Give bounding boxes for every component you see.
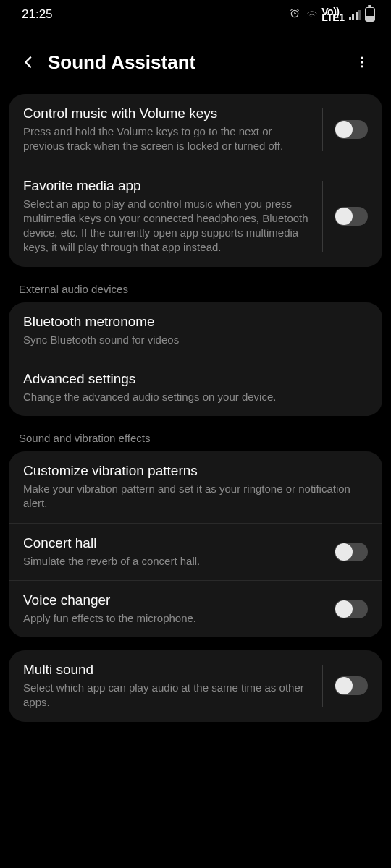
setting-voice-changer[interactable]: Voice changer Apply fun effects to the m… xyxy=(9,580,382,637)
setting-desc: Apply fun effects to the microphone. xyxy=(23,611,323,626)
toggle-control-music[interactable] xyxy=(335,120,368,139)
setting-advanced-settings[interactable]: Advanced settings Change the advanced au… xyxy=(9,359,382,416)
setting-desc: Select which app can play audio at the s… xyxy=(23,681,311,710)
separator xyxy=(322,181,323,252)
setting-multi-sound[interactable]: Multi sound Select which app can play au… xyxy=(9,650,382,722)
settings-card-external: Bluetooth metronome Sync Bluetooth sound… xyxy=(9,302,382,417)
back-button[interactable] xyxy=(14,48,43,77)
setting-desc: Simulate the reverb of a concert hall. xyxy=(23,554,323,569)
section-header-external-audio: External audio devices xyxy=(9,267,382,302)
setting-desc: Make your vibration pattern and set it a… xyxy=(23,482,368,511)
status-time: 21:25 xyxy=(22,7,53,22)
toggle-concert-hall[interactable] xyxy=(335,542,368,561)
settings-card-multi-sound: Multi sound Select which app can play au… xyxy=(9,650,382,722)
svg-point-2 xyxy=(361,65,363,67)
section-header-sound-vibration: Sound and vibration effects xyxy=(9,416,382,451)
setting-desc: Sync Bluetooth sound for videos xyxy=(23,333,368,347)
settings-card-main: Control music with Volume keys Press and… xyxy=(9,94,382,267)
setting-title: Control music with Volume keys xyxy=(23,106,311,122)
wifi-icon xyxy=(305,9,317,21)
setting-control-music-volume-keys[interactable]: Control music with Volume keys Press and… xyxy=(9,94,382,166)
page-title: Sound Assistant xyxy=(48,51,348,74)
setting-title: Customize vibration patterns xyxy=(23,463,368,479)
setting-title: Concert hall xyxy=(23,535,323,551)
more-button[interactable] xyxy=(348,48,377,77)
header: Sound Assistant xyxy=(0,27,391,94)
signal-icon xyxy=(349,9,361,20)
setting-favorite-media-app[interactable]: Favorite media app Select an app to play… xyxy=(9,166,382,267)
setting-title: Favorite media app xyxy=(23,178,311,194)
separator xyxy=(322,109,323,151)
setting-desc: Press and hold the Volume keys to go to … xyxy=(23,124,311,154)
svg-point-1 xyxy=(361,61,363,63)
volte-icon: Vo)) LTE1 xyxy=(321,9,344,20)
toggle-multi-sound[interactable] xyxy=(335,676,368,695)
toggle-voice-changer[interactable] xyxy=(335,600,368,618)
alarm-icon xyxy=(289,8,300,22)
status-bar: 21:25 Vo)) LTE1 xyxy=(0,0,391,27)
toggle-favorite-media[interactable] xyxy=(335,207,368,226)
setting-title: Voice changer xyxy=(23,592,323,608)
status-icons: Vo)) LTE1 xyxy=(289,7,375,22)
settings-card-sound-vibration: Customize vibration patterns Make your v… xyxy=(9,451,382,637)
setting-bluetooth-metronome[interactable]: Bluetooth metronome Sync Bluetooth sound… xyxy=(9,302,382,359)
setting-desc: Select an app to play and control music … xyxy=(23,197,311,255)
setting-customize-vibration[interactable]: Customize vibration patterns Make your v… xyxy=(9,451,382,523)
setting-title: Multi sound xyxy=(23,662,311,678)
separator xyxy=(322,665,323,707)
setting-title: Bluetooth metronome xyxy=(23,314,368,330)
setting-desc: Change the advanced audio settings on yo… xyxy=(23,390,368,404)
setting-concert-hall[interactable]: Concert hall Simulate the reverb of a co… xyxy=(9,523,382,580)
svg-point-0 xyxy=(361,57,363,59)
battery-icon xyxy=(365,7,375,22)
setting-title: Advanced settings xyxy=(23,371,368,387)
